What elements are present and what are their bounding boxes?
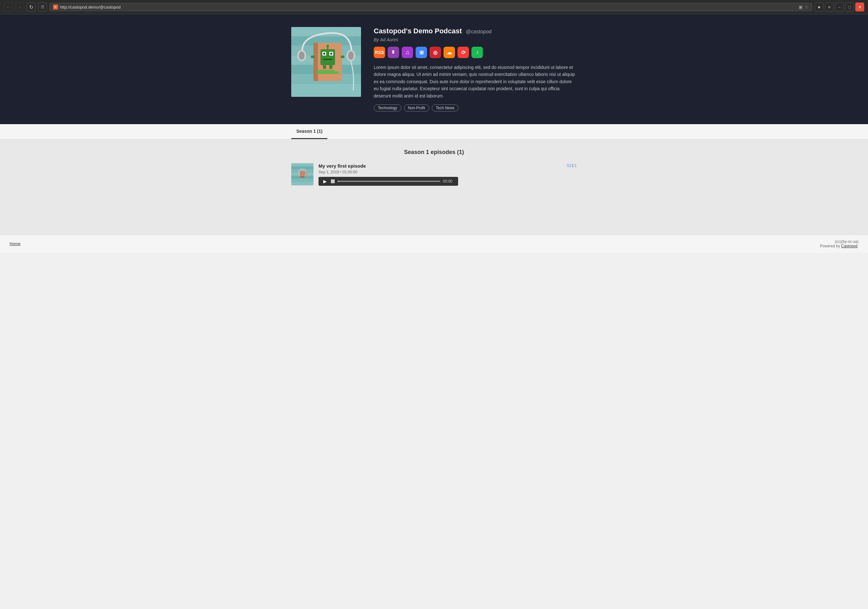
- svg-rect-37: [300, 171, 305, 177]
- svg-rect-15: [330, 53, 332, 54]
- extensions-button[interactable]: ★: [815, 3, 824, 11]
- episode-date: Sep 1, 2019: [319, 170, 339, 174]
- episodes-section: Season 1 episodes (1): [0, 140, 868, 235]
- spotify-icon: ♪: [476, 50, 478, 55]
- footer-credit-line1: (cc)(by-nc-sa): [820, 239, 859, 244]
- svg-rect-1: [291, 27, 361, 36]
- footer-credit-line2: Powered by Castopod.: [820, 244, 859, 248]
- svg-rect-10: [317, 71, 339, 74]
- svg-rect-11: [321, 49, 335, 65]
- browser-chrome: ← → ↻ ☵ C ▣ ☆ ★ ≡ – □ ✕: [0, 0, 868, 14]
- episodes-heading: Season 1 episodes (1): [291, 149, 577, 155]
- episode-meta: Sep 1, 2019 • 01:00:00: [319, 170, 577, 174]
- player-progress-bar[interactable]: [338, 181, 440, 182]
- seasons-bar: Season 1 (1): [0, 124, 868, 140]
- platform-spotify[interactable]: ♪: [471, 47, 483, 58]
- svg-rect-34: [291, 179, 313, 182]
- platform-google-podcasts[interactable]: ⊞: [415, 47, 427, 58]
- platform-overcast[interactable]: ☁: [443, 47, 455, 58]
- radiopublic-icon: ◎: [433, 50, 437, 56]
- svg-rect-20: [341, 56, 344, 58]
- episode-title: My very first episode: [319, 163, 366, 169]
- platform-apple-podcasts[interactable]: 🎙: [388, 47, 399, 58]
- url-bar: C ▣ ☆: [50, 3, 812, 11]
- season-1-tab[interactable]: Season 1 (1): [291, 124, 327, 139]
- tag-technews[interactable]: Tech News: [432, 104, 459, 112]
- refresh-button[interactable]: ↻: [26, 3, 36, 11]
- footer-home-link[interactable]: Home: [9, 241, 21, 246]
- podcast-info: Castopod's Demo Podcast @castopod By Ad …: [374, 27, 577, 112]
- svg-rect-39: [300, 177, 305, 177]
- platform-radiopublic[interactable]: ◎: [429, 47, 441, 58]
- platform-pocket-casts[interactable]: ⟳: [457, 47, 469, 58]
- platform-deezer[interactable]: ♫: [401, 47, 413, 58]
- minimize-button[interactable]: –: [835, 3, 844, 11]
- podcast-tags: Technology Non-Profit Tech News: [374, 104, 577, 112]
- svg-rect-21: [323, 64, 326, 69]
- episode-content: My very first episode S1E1 Sep 1, 2019 •…: [319, 163, 577, 186]
- svg-rect-19: [311, 56, 315, 58]
- footer-castopod-link[interactable]: Castopod: [841, 244, 857, 248]
- player-progress-fill: [338, 181, 339, 182]
- svg-rect-35: [291, 182, 313, 185]
- episode-meta-separator: •: [340, 170, 343, 174]
- google-icon: ⊞: [419, 50, 423, 56]
- episode-thumbnail: [291, 163, 313, 185]
- podcast-title-line: Castopod's Demo Podcast @castopod: [374, 27, 577, 35]
- player-stop-button[interactable]: [330, 179, 335, 183]
- page-footer: Home (cc)(by-nc-sa) Powered by Castopod.: [0, 235, 868, 253]
- url-favicon: C: [53, 5, 58, 9]
- podcast-title: Castopod's Demo Podcast: [374, 27, 462, 35]
- tag-technology[interactable]: Technology: [374, 104, 401, 112]
- episode-player: ▶ 00:00: [319, 177, 458, 186]
- podcast-author: By Ad Aures: [374, 37, 577, 42]
- episode-duration: 01:00:00: [343, 170, 358, 174]
- star-icon[interactable]: ☆: [804, 5, 809, 9]
- svg-rect-9: [313, 43, 318, 81]
- svg-point-18: [327, 45, 329, 47]
- episode-item: My very first episode S1E1 Sep 1, 2019 •…: [291, 163, 577, 186]
- svg-rect-22: [329, 64, 332, 69]
- svg-point-25: [299, 51, 305, 60]
- close-button[interactable]: ✕: [855, 3, 864, 11]
- apple-icon: 🎙: [391, 50, 395, 55]
- reader-mode-button[interactable]: ☵: [38, 3, 47, 11]
- player-play-button[interactable]: ▶: [322, 179, 328, 184]
- svg-rect-16: [323, 59, 332, 60]
- svg-rect-23: [318, 70, 334, 72]
- maximize-button[interactable]: □: [845, 3, 854, 11]
- monitor-icon[interactable]: ▣: [798, 5, 803, 9]
- podcast-handle: @castopod: [466, 29, 491, 34]
- rss-label: RSS: [375, 50, 384, 55]
- svg-rect-14: [323, 53, 325, 54]
- back-button[interactable]: ←: [4, 3, 13, 11]
- svg-point-27: [348, 51, 354, 60]
- deezer-icon: ♫: [405, 49, 409, 56]
- url-input[interactable]: [60, 5, 797, 9]
- pocketcasts-icon: ⟳: [461, 50, 465, 56]
- tag-nonprofit[interactable]: Non-Profit: [404, 104, 429, 112]
- forward-button[interactable]: →: [15, 3, 24, 11]
- player-time: 00:00: [443, 179, 455, 183]
- episode-badge[interactable]: S1E1: [567, 163, 577, 168]
- platform-rss[interactable]: RSS: [374, 47, 385, 58]
- podcast-description: Lorem ipsum dolor sit amet, consectetur …: [374, 64, 577, 99]
- podcast-cover: [291, 27, 361, 97]
- overcast-icon: ☁: [447, 50, 452, 56]
- podcast-platforms: RSS 🎙 ♫ ⊞ ◎ ☁ ⟳: [374, 47, 577, 58]
- podcast-hero: Castopod's Demo Podcast @castopod By Ad …: [0, 14, 868, 124]
- svg-rect-29: [291, 163, 313, 166]
- footer-credit: (cc)(by-nc-sa) Powered by Castopod.: [820, 239, 859, 248]
- menu-button[interactable]: ≡: [825, 3, 834, 11]
- svg-rect-7: [291, 84, 361, 97]
- svg-rect-40: [331, 179, 335, 183]
